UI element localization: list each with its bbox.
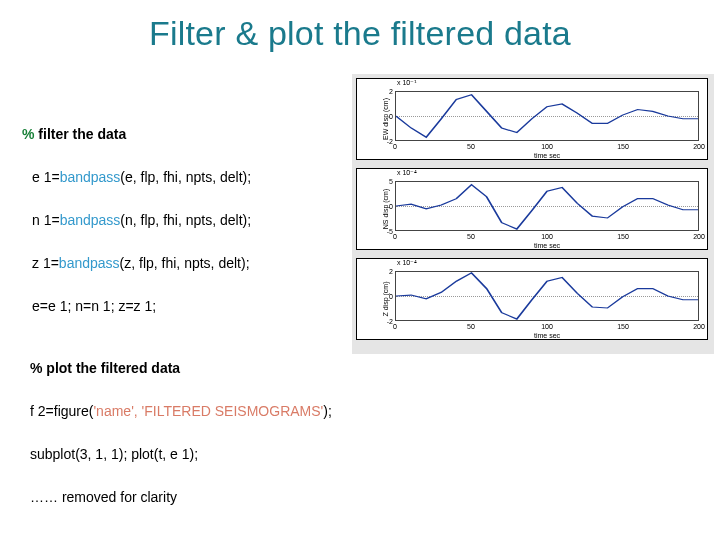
code-string: 'name', 'FILTERED SEISMOGRAMS' <box>93 403 323 419</box>
chart-exponent: x 10⁻⁴ <box>397 169 417 177</box>
xtick: 0 <box>393 323 397 330</box>
waveform-path <box>396 273 698 319</box>
ytick: 2 <box>389 268 393 275</box>
code-fn-bandpass: bandpass <box>60 169 121 185</box>
code-block-left: % filter the data e 1=bandpass(e, flp, f… <box>22 126 332 341</box>
chart-exponent: x 10⁻¹ <box>397 79 417 87</box>
code-line-e1: e 1=bandpass(e, flp, fhi, npts, delt); <box>22 169 332 185</box>
code-token: (n, flp, fhi, npts, delt); <box>120 212 251 228</box>
code-token: ); <box>323 403 332 419</box>
chart-yticks: 5 0 -5 <box>381 181 393 231</box>
chart-xticks: 0 50 100 150 200 <box>395 143 699 151</box>
code-token: f 2=figure( <box>30 403 93 419</box>
waveform-path <box>396 185 698 229</box>
xtick: 50 <box>467 143 475 150</box>
waveform-svg <box>396 182 698 230</box>
chart-ew: x 10⁻¹ EW disp (cm) 2 0 -2 0 50 100 150 … <box>356 78 708 160</box>
xtick: 150 <box>617 323 629 330</box>
code-token: z 1= <box>32 255 59 271</box>
ytick: 0 <box>389 113 393 120</box>
xtick: 200 <box>693 233 705 240</box>
code-line-removed: …… removed for clarity <box>30 489 690 505</box>
code-token: n 1= <box>32 212 60 228</box>
xtick: 150 <box>617 233 629 240</box>
chart-ns: x 10⁻⁴ NS disp (cm) 5 0 -5 0 50 100 150 … <box>356 168 708 250</box>
slide-title: Filter & plot the filtered data <box>0 0 720 53</box>
chart-xlabel: time sec <box>395 152 699 159</box>
xtick: 0 <box>393 143 397 150</box>
chart-yticks: 2 0 -2 <box>381 271 393 321</box>
code-comment-filter: % filter the data <box>22 126 332 142</box>
chart-xlabel: time sec <box>395 332 699 339</box>
code-line-assign: e=e 1; n=n 1; z=z 1; <box>22 298 332 314</box>
code-line-n1: n 1=bandpass(n, flp, fhi, npts, delt); <box>22 212 332 228</box>
chart-exponent: x 10⁻⁴ <box>397 259 417 267</box>
chart-xlabel: time sec <box>395 242 699 249</box>
xtick: 100 <box>541 143 553 150</box>
code-token: (z, flp, fhi, npts, delt); <box>120 255 250 271</box>
percent-sign: % <box>22 126 34 142</box>
xtick: 200 <box>693 143 705 150</box>
xtick: 50 <box>467 323 475 330</box>
ytick: 0 <box>389 203 393 210</box>
chart-yticks: 2 0 -2 <box>381 91 393 141</box>
xtick: 100 <box>541 323 553 330</box>
xtick: 100 <box>541 233 553 240</box>
chart-xticks: 0 50 100 150 200 <box>395 233 699 241</box>
comment-text: filter the data <box>34 126 126 142</box>
waveform-svg <box>396 272 698 320</box>
xtick: 0 <box>393 233 397 240</box>
xtick: 200 <box>693 323 705 330</box>
code-block-bottom: % plot the filtered data f 2=figure('nam… <box>30 360 690 532</box>
code-fn-bandpass: bandpass <box>59 255 120 271</box>
code-token: e 1= <box>32 169 60 185</box>
ytick: 0 <box>389 293 393 300</box>
chart-xticks: 0 50 100 150 200 <box>395 323 699 331</box>
waveform-svg <box>396 92 698 140</box>
ytick: 2 <box>389 88 393 95</box>
code-fn-bandpass: bandpass <box>60 212 121 228</box>
code-token: (e, flp, fhi, npts, delt); <box>120 169 251 185</box>
code-line-figure: f 2=figure('name', 'FILTERED SEISMOGRAMS… <box>30 403 690 419</box>
ytick: 5 <box>389 178 393 185</box>
code-comment-plot: % plot the filtered data <box>30 360 690 376</box>
plot-area <box>395 271 699 321</box>
waveform-path <box>396 95 698 137</box>
plot-area <box>395 181 699 231</box>
xtick: 50 <box>467 233 475 240</box>
plot-area <box>395 91 699 141</box>
chart-z: x 10⁻⁴ Z disp (cm) 2 0 -2 0 50 100 150 2… <box>356 258 708 340</box>
xtick: 150 <box>617 143 629 150</box>
code-line-z1: z 1=bandpass(z, flp, fhi, npts, delt); <box>22 255 332 271</box>
code-line-subplot: subplot(3, 1, 1); plot(t, e 1); <box>30 446 690 462</box>
seismogram-figure: x 10⁻¹ EW disp (cm) 2 0 -2 0 50 100 150 … <box>352 74 714 354</box>
